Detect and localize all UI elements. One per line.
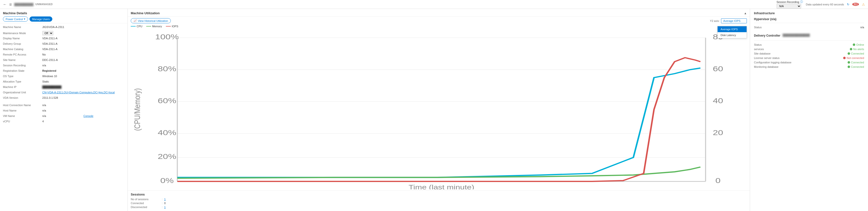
console-link[interactable]: Console [84,115,125,117]
session-label-connected: Connected [131,202,160,205]
label-host-name: Host Name [3,109,42,112]
label-registration-state: Registration State [3,69,42,72]
detail-row-machine-ip: Machine IP ██████████ [0,85,128,90]
dc-services-value: No alerts [850,48,864,51]
session-value-connected: 0 [164,202,166,205]
detail-row-session-recording: Session Recording n/a [0,63,128,68]
detail-row-display-name: Display Name VDA-2311-A [0,36,128,41]
detail-row-vcpu: vCPU 4 [0,119,128,124]
value-machine-name: JIGS\VDA-A-2311 [42,26,125,29]
label-delivery-group: Delivery Group [3,42,42,45]
detail-row-site-name: Site Name DDC-2311-A [0,58,128,63]
session-recording-select[interactable]: N/A [777,4,801,9]
sessions-section: Sessions No of sessions : 1 Connected : … [128,190,750,211]
value-org-unit[interactable]: CN=VDA-A-2311,OU=Domain Computers,DC=jig… [42,91,125,94]
dc-monitordb-text: Connected [851,65,864,68]
dc-configlog-label: Configuration logging database [754,61,847,64]
iops-legend-line [166,26,171,27]
value-os-type: Windows 10 [42,75,125,78]
dc-sitedb-value: Connected [847,52,864,55]
dc-configlog-row: Configuration logging database Connected [754,60,864,65]
dropdown-item-disk-latency[interactable]: Disk Latency [718,32,747,38]
value-site-name: DDC-2311-A [42,58,125,61]
detail-row-registration-state: Registration State Registered [0,68,128,74]
info-icon[interactable]: ⓘ [800,0,803,4]
dc-status-row: Status Online [754,42,864,47]
value-host-name: n/a [42,109,125,112]
dc-status-dot [853,43,855,46]
label-org-unit: Organizational Unit [3,91,42,94]
cpu-legend-line [131,26,136,27]
value-delivery-group: VDA-2311-A [42,42,125,45]
back-button[interactable]: ← [3,2,7,7]
detail-row-machine-name: Machine Name JIGS\VDA-A-2311 [0,25,128,30]
label-host-connection: Host Connection Name [3,104,42,107]
y2-axis-section: Y2 axis: Average IOPS Disk Latency [710,19,747,23]
svg-text:60%: 60% [158,96,177,104]
dc-status-text: Online [856,43,864,46]
detail-row-os-type: OS Type Windows 10 [0,74,128,79]
dc-status-label: Status [754,43,853,46]
dc-configlog-value: Connected [847,61,864,64]
machine-name-header: ██████████ [14,3,33,6]
machine-details-header: Machine Details Power Control ▾ Manage U… [0,9,128,23]
value-display-name: VDA-2311-A [42,37,125,40]
collapse-middle-button[interactable]: ▲ [744,11,747,15]
delivery-controller-section: Delivery Controller ██████████████ Statu… [754,33,864,69]
svg-text:20: 20 [713,128,723,137]
label-vm-name: VM Name [3,115,42,117]
session-row-disconnected: Disconnected : 1 [131,205,747,209]
legend-memory: Memory [146,25,162,28]
value-remote-pc: No [42,53,125,56]
label-machine-ip: Machine IP [3,86,42,88]
panel-actions: Power Control ▾ Manage Users [3,17,125,22]
hypervisor-status-label: Status [754,26,860,29]
hypervisor-status-row: Status n/a [754,25,864,29]
maintenance-mode-select[interactable]: Off On [42,31,53,35]
value-session-recording: n/a [42,64,125,67]
session-label-total: No of sessions [131,198,160,201]
view-historical-button[interactable]: 📈 View Historical Utilization [131,18,171,23]
header: ← 🖥 ██████████ UNMANAGED Session Recordi… [0,0,868,9]
dc-sitedb-row: Site database Connected [754,51,864,56]
y2-axis-label: Y2 axis: [710,20,719,22]
detail-row-machine-catalog: Machine Catalog VDA-2311-A [0,47,128,52]
warning-icon[interactable]: ⚠ [862,2,865,6]
power-control-button[interactable]: Power Control ▾ [3,17,28,22]
svg-text:0%: 0% [160,176,174,184]
session-value-disconnected[interactable]: 1 [164,206,166,209]
manage-users-button[interactable]: Manage Users [30,17,53,22]
value-vcpu: 4 [42,120,125,123]
alert-badge[interactable]: 311 [852,3,859,6]
legend-cpu: CPU [131,25,142,28]
value-registration-state: Registered [42,69,125,72]
refresh-icon[interactable]: ↻ [847,3,849,6]
svg-text:80%: 80% [158,65,177,73]
session-row-total: No of sessions : 1 [131,197,747,201]
label-allocation-type: Allocation Type [3,80,42,83]
unmanaged-badge: UNMANAGED [35,3,53,6]
detail-row-maintenance-mode: Maintenance Mode Off On [0,30,128,36]
value-host-connection: n/a [42,104,125,107]
label-machine-name: Machine Name [3,26,42,29]
delivery-controller-title: Delivery Controller [754,34,780,37]
dc-license-value: Not connected [843,57,864,59]
delivery-controller-name: ██████████████ [782,33,810,37]
dc-monitordb-dot [847,66,850,68]
detail-row-remote-pc: Remote PC Access No [0,52,128,58]
svg-text:100%: 100% [155,33,179,41]
dc-sitedb-label: Site database [754,52,847,55]
header-right: Session Recording ⓘ N/A Data updated eve… [777,0,865,9]
y2-axis-select[interactable]: Average IOPS Disk Latency [721,19,747,23]
machine-details-title: Machine Details [3,11,125,15]
session-value-total[interactable]: 1 [164,198,166,201]
label-machine-catalog: Machine Catalog [3,48,42,51]
dropdown-item-average-iops[interactable]: Average IOPS [718,26,747,32]
value-machine-catalog: VDA-2311-A [42,48,125,51]
legend-iops: IOPS [166,25,178,28]
hypervisor-status-value: n/a [860,26,864,29]
chart-area: 100% 80% 60% 40% 20% 0% (CPU/Memory) 80 … [128,29,750,190]
dc-configlog-dot [847,61,850,64]
dc-services-text: No alerts [853,48,864,51]
middle-panel: Machine Utilization ▲ 📈 View Historical … [128,9,750,211]
